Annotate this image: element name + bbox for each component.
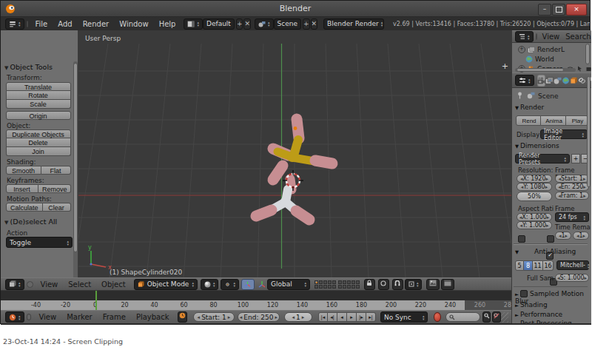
outliner-vscrollbar-thumb[interactable]	[585, 44, 590, 64]
triangle-open-icon[interactable]: ▼	[515, 249, 519, 255]
previous-keyframe-button[interactable]: ◂|	[328, 312, 337, 322]
outliner-item-world[interactable]: World	[525, 55, 554, 64]
play-reverse-button[interactable]: ◂	[337, 312, 347, 322]
tab-render[interactable]	[537, 75, 545, 87]
layers-widget-group1[interactable]	[314, 280, 336, 289]
preview-range-toggle-button[interactable]	[178, 311, 187, 323]
translate-button[interactable]: Translate	[6, 82, 71, 91]
lock-to-scene-button[interactable]	[364, 279, 375, 290]
rotate-button[interactable]: Rotate	[6, 91, 71, 100]
opengl-render-image-button[interactable]	[426, 279, 440, 290]
menu-playback[interactable]: Playback	[136, 313, 169, 321]
editor-type-selector-3dview[interactable]	[5, 279, 24, 290]
border-checkbox[interactable]	[518, 235, 525, 243]
scale-button[interactable]: Scale	[6, 100, 71, 109]
mode-selector[interactable]: Object Mode	[134, 279, 198, 290]
jump-to-end-button[interactable]: ▸|	[366, 312, 376, 322]
calculate-paths-button[interactable]: Calculate	[6, 203, 43, 212]
layer-toggle-cell[interactable]	[356, 285, 360, 289]
menu-search[interactable]: Search	[565, 33, 591, 41]
frame-end-prop-field[interactable]: En: 250	[555, 183, 589, 191]
header-collapse-icon[interactable]	[536, 33, 537, 40]
layer-toggle-cell[interactable]	[323, 280, 327, 284]
tab-scene[interactable]	[554, 75, 562, 87]
render-presets-selector[interactable]: Render Presets	[515, 154, 570, 164]
editor-type-selector-outliner[interactable]	[515, 31, 534, 42]
menu-select[interactable]: Select	[68, 280, 91, 289]
viewport-shading-selector[interactable]	[201, 279, 219, 290]
region-resize-grip[interactable]	[501, 312, 508, 323]
header-collapse-icon[interactable]	[27, 314, 32, 320]
minimize-button[interactable]: –	[538, 4, 551, 16]
editor-type-selector-timeline[interactable]	[5, 311, 24, 323]
header-collapse-icon[interactable]	[27, 281, 33, 288]
timeline-ruler-out-of-range[interactable]	[465, 300, 511, 310]
delete-screen-layout-button[interactable]: ✕	[243, 18, 251, 30]
render-engine-selector[interactable]: Blender Render	[323, 18, 384, 30]
editor-type-selector-properties[interactable]	[515, 75, 534, 86]
menu-marker[interactable]: Marker	[67, 313, 92, 321]
add-preset-button[interactable]: +	[571, 154, 580, 164]
layer-toggle-cell[interactable]	[356, 280, 360, 284]
snap-element-selector[interactable]	[405, 279, 423, 290]
open-properties-region-button[interactable]: +	[502, 61, 508, 71]
menu-object[interactable]: Object	[101, 280, 126, 289]
close-button[interactable]: ×	[566, 4, 587, 16]
pin-icon[interactable]	[517, 92, 523, 99]
delete-button[interactable]: Delete	[6, 138, 71, 147]
next-keyframe-button[interactable]: |▸	[357, 312, 366, 322]
aa-samples-5-button[interactable]: 5	[515, 260, 524, 271]
timeline-ruler[interactable]	[1, 300, 511, 310]
panel-header-render[interactable]: Render	[515, 104, 544, 111]
layer-toggle-cell[interactable]	[343, 280, 346, 284]
editor-type-selector-info[interactable]	[5, 18, 24, 30]
resolution-x-field[interactable]: X: 1920	[517, 175, 552, 183]
layer-toggle-cell[interactable]	[338, 285, 342, 289]
frame-rate-selector[interactable]: 24 fps	[555, 212, 589, 222]
panel-header-shading[interactable]: Shading	[515, 301, 548, 309]
snap-toggle-button[interactable]	[392, 279, 403, 290]
screen-layout-icon-selector[interactable]	[184, 18, 203, 30]
display-mode-selector[interactable]: Image Editor	[540, 129, 588, 139]
layer-toggle-cell[interactable]	[328, 280, 332, 284]
panel-header-object-tools[interactable]: Object Tools	[4, 63, 53, 71]
menu-view[interactable]: View	[542, 33, 560, 41]
pivot-point-selector[interactable]	[221, 279, 239, 290]
layer-toggle-cell[interactable]	[323, 285, 327, 289]
layer-toggle-cell[interactable]	[332, 285, 336, 289]
play-button[interactable]: ▸	[347, 312, 357, 322]
shade-smooth-button[interactable]: Smooth	[6, 166, 41, 175]
layer-toggle-cell[interactable]	[332, 280, 336, 284]
timeline-track-area[interactable]	[1, 291, 511, 300]
frame-start-prop-field[interactable]: Start: 1	[555, 175, 589, 183]
add-scene-button[interactable]: +	[303, 18, 310, 30]
insert-keyframe-button[interactable]: Insert	[6, 184, 38, 193]
current-frame-playhead[interactable]	[95, 291, 97, 310]
aspect-x-field[interactable]: X: 1.000	[517, 213, 552, 221]
layer-toggle-cell[interactable]	[338, 280, 342, 284]
renderability-camera-icon[interactable]	[586, 66, 591, 72]
aa-samples-8-button[interactable]: 8	[524, 260, 533, 271]
maximize-button[interactable]	[552, 4, 565, 16]
layer-toggle-cell[interactable]	[328, 285, 332, 289]
menu-add[interactable]: Add	[58, 20, 72, 28]
origin-button[interactable]: Origin	[6, 111, 71, 120]
remove-keyframe-button[interactable]: Remove	[38, 184, 71, 193]
proportional-edit-button[interactable]	[378, 279, 389, 290]
tool-shelf-scrollbar-thumb[interactable]	[73, 63, 78, 252]
manipulator-toggle-button[interactable]	[241, 279, 255, 290]
menu-frame[interactable]: Frame	[103, 313, 126, 321]
join-button[interactable]: Join	[6, 147, 71, 156]
frame-step-field[interactable]: Fram: 1	[555, 192, 589, 200]
render-animation-button[interactable]: Anima	[541, 115, 566, 126]
window-titlebar[interactable]: Blender – ×	[1, 1, 590, 17]
layer-toggle-cell[interactable]	[319, 280, 323, 284]
sampled-motion-blur-checkbox[interactable]	[520, 290, 528, 297]
layer-toggle-cell[interactable]	[352, 285, 355, 289]
expand-toggle-icon[interactable]: +	[518, 46, 525, 53]
layer-toggle-cell[interactable]	[314, 285, 318, 289]
keying-set-field[interactable]	[445, 312, 480, 322]
panel-header-anti-aliasing[interactable]: Anti-Aliasing	[534, 248, 576, 255]
outliner-hscrollbar-thumb[interactable]	[517, 68, 564, 72]
insert-keyframe-header-button[interactable]	[482, 311, 491, 323]
